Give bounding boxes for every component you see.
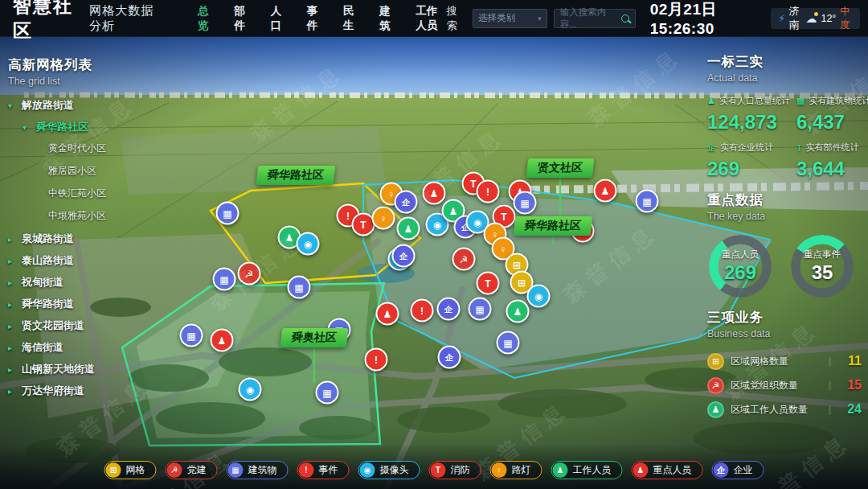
legend-item-camera-icon[interactable]: ◉摄像头	[358, 461, 420, 479]
sidebar-tree-item[interactable]: ▸海信街道	[8, 340, 153, 355]
marker-event-icon[interactable]: !	[477, 180, 500, 203]
map-legend: ⊞网格☭党建▦建筑物!事件◉摄像头T消防♀路灯♟工作人员♟重点人员企企业	[104, 461, 764, 479]
stat-label-text: 实有企业统计	[720, 142, 773, 154]
party-icon: ☭	[460, 254, 469, 264]
sidebar-tree-item[interactable]: 中垠雅苑小区	[48, 209, 153, 223]
gauge-label: 重点事件	[804, 249, 841, 261]
marker-worker-icon[interactable]: ♟	[397, 217, 420, 240]
marker-building-icon[interactable]: ▦	[180, 324, 203, 347]
stat-label: T实有部件统计	[796, 142, 868, 154]
party-badge-icon: ☭	[707, 377, 724, 394]
legend-item-streetlamp-icon[interactable]: ♀路灯	[490, 461, 542, 479]
marker-building-icon[interactable]: ▦	[514, 191, 537, 215]
sidebar-tree-item[interactable]: ▸贤文花园街道	[8, 318, 153, 333]
event-icon: !	[420, 306, 424, 315]
sidebar-tree-item[interactable]: ▸祝甸街道	[8, 275, 153, 290]
region-label[interactable]: 舜奥社区	[280, 328, 349, 347]
sidebar-tree-item[interactable]: 中铁汇苑小区	[48, 187, 153, 200]
chevron-right-icon: ▸	[8, 322, 16, 331]
event-icon: !	[299, 462, 314, 478]
nav-item-0[interactable]: 总览	[198, 4, 213, 33]
stat-label-text: 实有部件统计	[806, 142, 859, 154]
search-input[interactable]: 输入搜索内容...	[554, 9, 636, 28]
nav-item-2[interactable]: 人口	[271, 4, 286, 33]
region-label[interactable]: 舜华路社区	[514, 216, 593, 236]
region-label[interactable]: 舜华路社区	[256, 166, 336, 185]
nav-item-6[interactable]: 工作人员	[416, 4, 446, 33]
marker-worker-icon[interactable]: ♟	[506, 300, 530, 323]
sidebar-tree-item[interactable]: 雅居园小区	[48, 164, 153, 178]
legend-item-key-person-icon[interactable]: ♟重点人员	[632, 461, 703, 479]
nav-item-4[interactable]: 民生	[343, 4, 358, 33]
legend-item-grid-icon[interactable]: ⊞网格	[104, 461, 157, 479]
business-row: ☭区域党组织数量|15	[707, 373, 862, 397]
marker-building-icon[interactable]: ▦	[316, 381, 339, 405]
weather-widget: ⚡ 济南 ☁ 12° 中度	[771, 8, 860, 29]
stat-label: ▦实有建筑物统计	[796, 95, 868, 107]
tree-item-label: 中垠雅苑小区	[48, 209, 106, 223]
marker-camera-icon[interactable]: ◉	[527, 285, 551, 308]
camera-icon: ◉	[246, 384, 254, 394]
region-label[interactable]: 贤文社区	[526, 158, 595, 178]
sidebar-tree-item[interactable]: ▸舜华路街道	[8, 297, 153, 311]
marker-enterprise-icon[interactable]: 企	[395, 191, 418, 214]
marker-key-person-icon[interactable]: ♟	[211, 329, 234, 352]
tree-item-label: 海信街道	[22, 340, 63, 355]
marker-key-person-icon[interactable]: ♟	[594, 179, 617, 203]
marker-event-icon[interactable]: !	[411, 299, 434, 323]
marker-key-person-icon[interactable]: ♟	[423, 182, 446, 205]
search-icon[interactable]	[621, 14, 629, 23]
marker-camera-icon[interactable]: ◉	[297, 232, 320, 256]
marker-camera-icon[interactable]: ◉	[239, 378, 262, 401]
sidebar-tree-item[interactable]: ▾舜华路社区	[23, 120, 153, 134]
marker-building-icon[interactable]: ▦	[469, 298, 492, 321]
marker-key-person-icon[interactable]: ♟	[376, 302, 399, 326]
marker-party-icon[interactable]: ☭	[238, 262, 261, 286]
marker-building-icon[interactable]: ▦	[497, 331, 520, 355]
marker-streetlamp-icon[interactable]: ♀	[372, 207, 395, 230]
sidebar-tree-item[interactable]: ▸山钢新天地街道	[8, 362, 153, 376]
tree-item-label: 万达华府街道	[22, 384, 84, 398]
marker-building-icon[interactable]: ▦	[216, 202, 240, 225]
building-icon: ▦	[186, 331, 195, 340]
marker-enterprise-icon[interactable]: 企	[437, 298, 461, 321]
event-icon: !	[375, 355, 378, 364]
legend-label: 工作人员	[573, 463, 612, 477]
actual-data-title: 一标三实	[707, 53, 862, 71]
sidebar-tree-item[interactable]: ▾解放路街道	[8, 98, 153, 113]
stat-value: 124,873	[707, 111, 790, 134]
sidebar-tree-item[interactable]: ▸万达华府街道	[8, 384, 153, 398]
legend-item-event-icon[interactable]: !事件	[297, 461, 350, 479]
legend-item-building-icon[interactable]: ▦建筑物	[227, 461, 289, 479]
nav-item-1[interactable]: 部件	[235, 4, 250, 33]
marker-enterprise-icon[interactable]: 企	[392, 244, 416, 268]
key-data-gauges: 重点人员269重点事件35	[709, 235, 862, 298]
key-data-section: 重点数据 The key data 重点人员269重点事件35	[707, 191, 862, 298]
marker-building-icon[interactable]: ▦	[288, 276, 311, 299]
sidebar-tree-item[interactable]: ▸泰山路街道	[8, 253, 153, 268]
search-category-select[interactable]: 选择类别 ▾	[473, 9, 547, 28]
marker-building-icon[interactable]: ▦	[213, 268, 236, 291]
marker-building-icon[interactable]: ▦	[636, 190, 659, 213]
business-value: 15	[837, 378, 862, 392]
marker-event-icon[interactable]: !	[365, 348, 388, 372]
sidebar-tree-item[interactable]: 黄金时代小区	[48, 142, 153, 155]
search-group: 搜索 选择类别 ▾ 输入搜索内容...	[447, 4, 636, 33]
nav-item-5[interactable]: 建筑	[379, 4, 395, 33]
legend-item-fire-icon[interactable]: T消防	[429, 461, 481, 479]
stat-label: ♟实有人口总量统计	[707, 95, 790, 107]
legend-item-worker-icon[interactable]: ♟工作人员	[551, 461, 623, 479]
sidebar-tree-item[interactable]: ▸泉城路街道	[8, 232, 153, 246]
legend-label: 党建	[187, 463, 207, 477]
gauge-label: 重点人员	[722, 249, 759, 261]
marker-fire-icon[interactable]: T	[477, 272, 500, 295]
fire-icon: T	[501, 212, 506, 221]
actual-data-section: 一标三实 Actual data ♟实有人口总量统计124,873▦实有建筑物统…	[707, 53, 862, 180]
marker-party-icon[interactable]: ☭	[452, 248, 476, 271]
nav-item-3[interactable]: 事件	[307, 4, 322, 33]
legend-item-enterprise-icon[interactable]: 企企业	[712, 461, 764, 479]
marker-enterprise-icon[interactable]: 企	[438, 346, 461, 369]
legend-item-party-icon[interactable]: ☭党建	[166, 461, 218, 479]
datetime-display: 02月21日 15:26:30	[650, 0, 764, 38]
business-label: 区域工作人员数量	[731, 403, 822, 417]
